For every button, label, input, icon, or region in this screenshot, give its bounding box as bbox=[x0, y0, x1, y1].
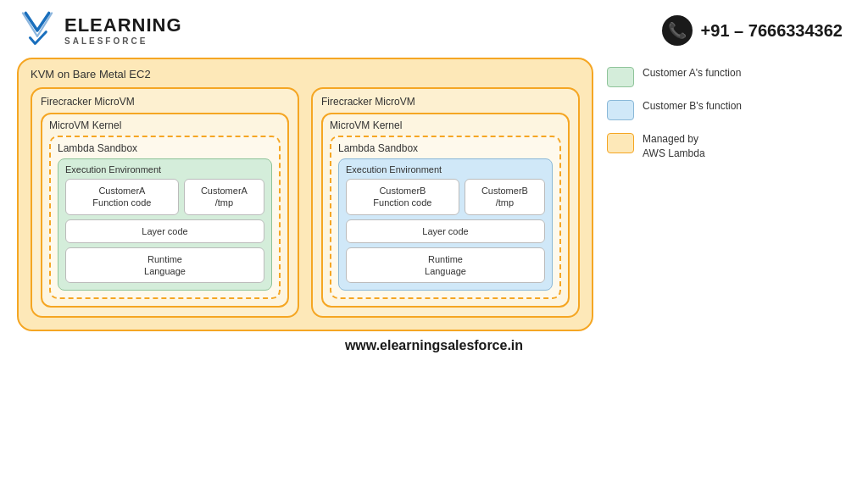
runtime-a: RuntimeLanguage bbox=[65, 247, 264, 284]
logo-text: ELEARNING SALESFORCE bbox=[64, 15, 182, 45]
sandbox-b-label: Lambda Sandbox bbox=[338, 142, 553, 154]
customer-a-tmp: CustomerA/tmp bbox=[184, 179, 264, 215]
top-row-b: CustomerBFunction code CustomerB/tmp bbox=[346, 179, 545, 215]
kvm-label: KVM on Bare Metal EC2 bbox=[31, 68, 580, 80]
customer-b-tmp: CustomerB/tmp bbox=[465, 179, 545, 215]
legend-swatch-blue bbox=[607, 100, 634, 120]
phone-number: +91 – 7666334362 bbox=[701, 21, 843, 41]
kernel-b-box: MicroVM Kernel Lambda Sandbox Execution … bbox=[321, 113, 570, 308]
sandbox-a-box: Lambda Sandbox Execution Environment Cus… bbox=[49, 136, 281, 299]
header: ELEARNING SALESFORCE 📞 +91 – 7666334362 bbox=[0, 0, 868, 58]
layer-code-a: Layer code bbox=[65, 219, 264, 243]
footer: www.elearningsalesforce.in bbox=[0, 331, 868, 357]
legend-item-managed: Managed byAWS Lambda bbox=[607, 132, 743, 161]
customer-b-func-code: CustomerBFunction code bbox=[346, 179, 459, 215]
exec-env-a: Execution Environment CustomerAFunction … bbox=[58, 158, 272, 291]
legend: Customer A's function Customer B's funct… bbox=[607, 58, 743, 161]
diagram-area: KVM on Bare Metal EC2 Firecracker MicroV… bbox=[0, 58, 868, 331]
legend-label-managed: Managed byAWS Lambda bbox=[643, 132, 705, 161]
sandbox-a-label: Lambda Sandbox bbox=[58, 142, 272, 154]
exec-a-label: Execution Environment bbox=[65, 164, 264, 175]
legend-swatch-green bbox=[607, 67, 634, 87]
customer-a-func-code: CustomerAFunction code bbox=[65, 179, 179, 215]
microvm-a-box: Firecracker MicroVM MicroVM Kernel Lambd… bbox=[31, 87, 299, 318]
legend-label-b: Customer B's function bbox=[643, 99, 742, 114]
kvm-inner: Firecracker MicroVM MicroVM Kernel Lambd… bbox=[31, 87, 580, 318]
kernel-a-label: MicroVM Kernel bbox=[49, 119, 281, 131]
layer-code-b: Layer code bbox=[346, 219, 545, 243]
top-row-a: CustomerAFunction code CustomerA/tmp bbox=[65, 179, 264, 215]
microvm-b-label: Firecracker MicroVM bbox=[321, 96, 570, 108]
logo-elearning-text: ELEARNING bbox=[64, 15, 182, 36]
exec-b-label: Execution Environment bbox=[346, 164, 545, 175]
phone-icon: 📞 bbox=[662, 15, 693, 46]
logo-area: ELEARNING SALESFORCE bbox=[17, 10, 182, 51]
legend-label-a: Customer A's function bbox=[643, 66, 741, 80]
kvm-box: KVM on Bare Metal EC2 Firecracker MicroV… bbox=[17, 58, 593, 331]
legend-item-b: Customer B's function bbox=[607, 99, 743, 120]
microvm-b-box: Firecracker MicroVM MicroVM Kernel Lambd… bbox=[311, 87, 580, 318]
footer-url: www.elearningsalesforce.in bbox=[345, 338, 523, 352]
legend-swatch-orange bbox=[607, 133, 634, 153]
logo-salesforce-text: SALESFORCE bbox=[64, 36, 182, 46]
kernel-a-box: MicroVM Kernel Lambda Sandbox Execution … bbox=[41, 113, 289, 308]
exec-env-b: Execution Environment CustomerBFunction … bbox=[338, 158, 553, 291]
logo-icon bbox=[17, 10, 58, 51]
phone-area: 📞 +91 – 7666334362 bbox=[662, 15, 843, 46]
microvm-a-label: Firecracker MicroVM bbox=[41, 96, 289, 108]
kernel-b-label: MicroVM Kernel bbox=[330, 119, 561, 131]
sandbox-b-box: Lambda Sandbox Execution Environment Cus… bbox=[330, 136, 561, 299]
legend-item-a: Customer A's function bbox=[607, 66, 743, 87]
runtime-b: RuntimeLanguage bbox=[346, 247, 545, 284]
